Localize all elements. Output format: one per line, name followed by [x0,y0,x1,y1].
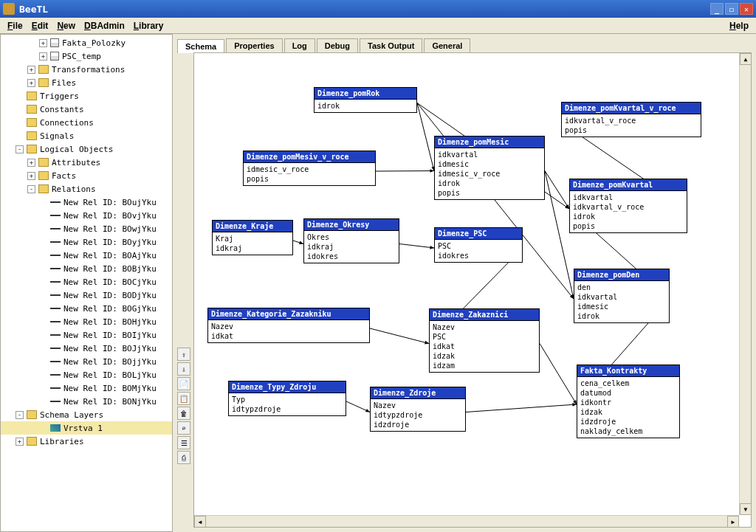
scroll-up-icon[interactable]: ▲ [740,53,752,65]
tree-item[interactable]: New Rel ID: BOHjYku [1,315,172,328]
expander-icon[interactable]: + [27,79,35,87]
entity-Dimenze_Okresy[interactable]: Dimenze_OkresyOkresidkrajidokres [303,218,399,263]
expander-icon[interactable]: - [27,185,35,193]
toolbar-button[interactable]: ⇩ [177,362,190,376]
tree-item[interactable]: +Transformations [1,63,172,76]
tree-item[interactable]: Connections [1,116,172,129]
menu-library[interactable]: Library [129,19,168,32]
toolbar-button[interactable]: 📄 [177,377,190,390]
entity-Dimenze_pomMesic[interactable]: Dimenze_pomMesicidkvartalidmesicidmesic_… [434,136,545,200]
tree-item[interactable]: Vrstva 1 [1,421,172,435]
tree-item[interactable]: New Rel ID: BOyjYku [1,235,172,249]
tree-item[interactable]: +Attributes [1,156,172,169]
entity-Fakta_Kontrakty[interactable]: Fakta_Kontraktycena_celkemdatumodidkontr… [577,365,680,438]
expander-icon[interactable]: + [39,52,47,61]
expander-icon[interactable]: + [27,172,35,180]
entity-field: idzdroje [374,420,462,429]
tree-item[interactable]: +Fakta_Polozky [1,36,172,49]
tree-item[interactable]: Triggers [1,89,172,103]
tree-item[interactable]: Constants [1,103,172,116]
expander-icon[interactable]: + [27,159,35,167]
tab-schema[interactable]: Schema [177,39,224,53]
menu-file[interactable]: File [3,19,27,32]
entity-field: idrok [573,212,684,221]
tree-item[interactable]: New Rel ID: BOGjYku [1,302,172,315]
entity-Dimenze_Kraje[interactable]: Dimenze_KrajeKrajidkraj [212,220,293,255]
tree-item[interactable]: New Rel ID: BOMjYku [1,381,172,395]
schema-canvas[interactable]: Dimenze_pomRokidrokDimenze_pomKvartal_v_… [193,52,752,528]
menu-help[interactable]: Help [725,19,753,32]
toolbar-button[interactable]: ⇧ [177,348,190,361]
entity-Dimenze_Typy_Zdroju[interactable]: Dimenze_Typy_ZdrojuTypidtypzdroje [228,381,346,416]
maximize-button[interactable]: ◻ [725,3,738,15]
entity-Dimenze_Kategorie_Zazakniku[interactable]: Dimenze_Kategorie_ZazaknikuNazevidkat [207,308,370,343]
tree-item[interactable]: New Rel ID: BOAjYku [1,249,172,262]
toolbar-button[interactable]: ☰ [177,436,190,449]
tree-item[interactable]: New Rel ID: BOujYku [1,196,172,209]
tree-item[interactable]: +Libraries [1,435,172,448]
tree-item[interactable]: New Rel ID: BOjjYku [1,355,172,368]
expander-icon[interactable]: + [16,438,24,446]
toolbar-button[interactable]: 🗑 [177,407,190,420]
tree-item[interactable]: -Schema Layers [1,408,172,421]
tree-item[interactable]: New Rel ID: BOIjYku [1,328,172,342]
tree-item[interactable]: +Files [1,76,172,89]
tree-label: New Rel ID: BOAjYku [63,251,157,260]
entity-header: Dimenze_pomMesic [435,137,544,148]
scrollbar-vertical[interactable]: ▲ ▼ [739,53,751,515]
tree-item[interactable]: Signals [1,129,172,142]
rel-icon [50,318,61,325]
scroll-right-icon[interactable]: ▶ [727,516,739,528]
tree-item[interactable]: New Rel ID: BOwjYku [1,222,172,235]
tree-item[interactable]: New Rel ID: BOCjYku [1,275,172,289]
expander-icon[interactable]: + [27,66,35,74]
tab-debug[interactable]: Debug [317,38,358,52]
tree-item[interactable]: +Facts [1,169,172,182]
tab-log[interactable]: Log [284,38,315,52]
entity-field: idmesic_v_roce [438,169,541,179]
entity-Dimenze_Zdroje[interactable]: Dimenze_ZdrojeNazevidtypzdrojeidzdroje [370,387,466,432]
tree-item[interactable]: -Logical Objects [1,142,172,156]
menu-edit[interactable]: Edit [27,19,53,32]
toolbar-button[interactable]: ⌕ [177,421,190,435]
scroll-left-icon[interactable]: ◀ [194,516,206,528]
close-button[interactable]: ✕ [740,3,753,15]
scrollbar-horizontal[interactable]: ◀ ▶ [194,515,739,527]
menu-new[interactable]: New [52,19,80,32]
menu-dbadmin[interactable]: DBAdmin [80,19,129,32]
expander-icon[interactable]: - [16,145,24,153]
entity-Dimenze_Zakaznici[interactable]: Dimenze_ZakazniciNazevPSCidkatidzakidzam [429,308,540,373]
entity-field: idtypzdroje [374,410,462,420]
entity-Dimenze_pomMesiv_v_roce[interactable]: Dimenze_pomMesiv_v_roceidmesic_v_rocepop… [243,151,376,186]
expander-icon [16,92,24,100]
tree-item[interactable]: New Rel ID: BODjYku [1,289,172,302]
tree-item[interactable]: New Rel ID: BOvjYku [1,209,172,222]
minimize-button[interactable]: _ [710,3,724,15]
expander-icon [39,331,47,339]
entity-field: idzam [433,361,536,370]
tree-item[interactable]: New Rel ID: BOBjYku [1,262,172,275]
tree-item[interactable]: -Relations [1,182,172,196]
entity-field: idokres [438,251,519,260]
expander-icon[interactable]: - [16,411,24,419]
entity-Dimenze_pomKvartal[interactable]: Dimenze_pomKvartalidkvartalidkvartal_v_r… [569,179,687,233]
tab-general[interactable]: General [424,38,470,52]
toolbar-button[interactable]: 📋 [177,392,190,405]
expander-icon[interactable]: + [39,39,47,47]
entity-Dimenze_pomDen[interactable]: Dimenze_pomDendenidkvartalidmesicidrok [574,269,670,323]
tab-properties[interactable]: Properties [226,38,282,52]
expander-icon [39,305,47,313]
scroll-down-icon[interactable]: ▼ [740,503,752,515]
toolbar-button[interactable]: ⎙ [177,451,190,464]
entity-Dimenze_PSC[interactable]: Dimenze_PSCPSCidokres [434,227,523,263]
folder-icon [38,171,49,180]
layer-icon [50,424,61,432]
entity-Dimenze_pomKvartal_v_roce[interactable]: Dimenze_pomKvartal_v_roceidkvartal_v_roc… [561,102,701,137]
tree-item[interactable]: +PSC_temp [1,49,172,63]
tree-item[interactable]: New Rel ID: BOLjYku [1,368,172,381]
tab-task-output[interactable]: Task Output [360,38,422,52]
entity-field: idrok [317,101,413,111]
entity-Dimenze_pomRok[interactable]: Dimenze_pomRokidrok [314,87,417,113]
tree-item[interactable]: New Rel ID: BONjYku [1,395,172,408]
tree-item[interactable]: New Rel ID: BOJjYku [1,342,172,355]
